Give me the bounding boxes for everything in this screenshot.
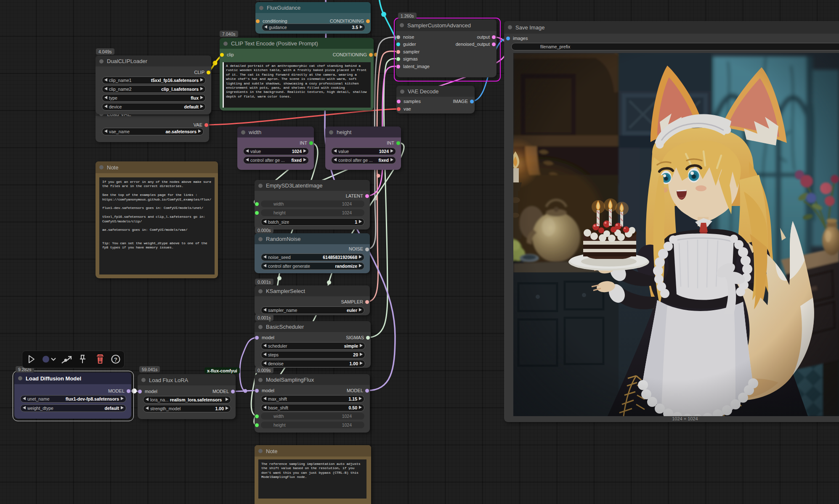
svg-text:?: ? (114, 356, 117, 363)
